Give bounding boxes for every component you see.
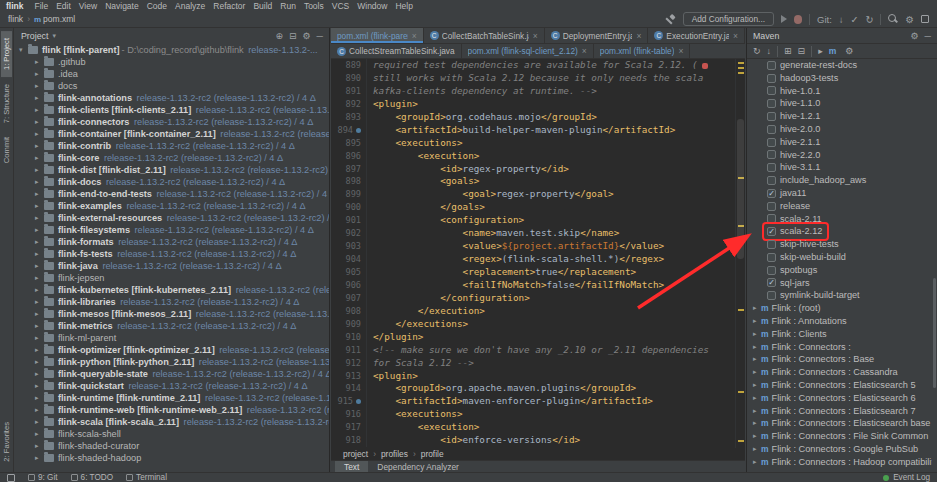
maven-module-row[interactable]: ▸mFlink : Connectors : Google PubSub: [747, 443, 932, 456]
git-update-icon[interactable]: ↓: [839, 14, 844, 25]
chevron-right-icon[interactable]: ▸: [35, 92, 44, 104]
chevron-right-icon[interactable]: ▸: [753, 315, 761, 328]
editor-bottom-tab[interactable]: Dependency Analyzer: [368, 461, 467, 472]
maven-profile-row[interactable]: hive-1.0.1: [747, 85, 932, 98]
tree-row[interactable]: ▸flink-runtime-web [flink-runtime-web_2.…: [15, 404, 329, 416]
maven-profile-row[interactable]: hive-1.1.0: [747, 97, 932, 110]
maven-module-row[interactable]: ▸mFlink : Connectors : File Sink Common: [747, 430, 932, 443]
maven-profile-row[interactable]: hive-2.1.1: [747, 136, 932, 149]
chevron-down-icon[interactable]: ▾: [52, 32, 61, 40]
status-item[interactable]: 6: TODO: [71, 473, 113, 482]
chevron-right-icon[interactable]: ▸: [35, 284, 44, 296]
menu-item-code[interactable]: Code: [143, 1, 171, 11]
maven-profile-row[interactable]: symlink-build-target: [747, 289, 932, 302]
editor-tab[interactable]: mpom.xml (flink-parent)×: [331, 28, 424, 43]
close-icon[interactable]: ×: [733, 31, 738, 41]
chevron-right-icon[interactable]: ▸: [35, 296, 44, 308]
tree-row[interactable]: ▸flink-kubernetes [flink-kubernetes_2.11…: [15, 284, 329, 296]
chevron-right-icon[interactable]: ▸: [35, 128, 44, 140]
refresh-icon[interactable]: ↻: [753, 46, 761, 56]
maven-profile-row[interactable]: hive-1.2.1: [747, 110, 932, 123]
tree-row[interactable]: ▸flink-core release-1.13.2-rc2 (release-…: [15, 152, 329, 164]
tool-window-button[interactable]: 1: Project: [1, 31, 12, 77]
maven-module-row[interactable]: ▸mFlink : Connectors : Elasticsearch 7: [747, 405, 932, 418]
tree-row[interactable]: ▸flink-queryable-state release-1.13.2-rc…: [15, 368, 329, 380]
tree-row[interactable]: ▸flink-annotations release-1.13.2-rc2 (r…: [15, 92, 329, 104]
gutter[interactable]: 898: [331, 175, 367, 188]
chevron-right-icon[interactable]: ▸: [35, 188, 44, 200]
settings-icon[interactable]: ⚙: [905, 14, 914, 25]
chevron-right-icon[interactable]: ▸: [35, 236, 44, 248]
gutter[interactable]: 903: [331, 240, 367, 253]
status-item[interactable]: Terminal: [126, 473, 167, 482]
maven-profile-row[interactable]: release: [747, 200, 932, 213]
gutter[interactable]: 914: [331, 382, 367, 395]
chevron-right-icon[interactable]: ▸: [35, 368, 44, 380]
chevron-right-icon[interactable]: ▸: [35, 440, 44, 452]
maven-profile-row[interactable]: ✓java11: [747, 187, 932, 200]
chevron-right-icon[interactable]: ▸: [35, 176, 44, 188]
checkbox[interactable]: [767, 291, 776, 300]
gutter[interactable]: 889: [331, 59, 367, 72]
menu-item-view[interactable]: View: [75, 1, 101, 11]
locate-icon[interactable]: ⊕: [275, 31, 283, 41]
maven-profile-row[interactable]: generate-rest-docs: [747, 59, 932, 72]
gutter[interactable]: 904: [331, 253, 367, 266]
maven-module-row[interactable]: ▸mFlink : Connectors : Cassandra: [747, 366, 932, 379]
maven-profile-row[interactable]: include_hadoop_aws: [747, 174, 932, 187]
execute-maven-goal-icon[interactable]: m: [829, 46, 837, 56]
build-icon[interactable]: [665, 14, 676, 25]
code-editor[interactable]: 889required test dependencies are availa…: [331, 59, 735, 448]
maven-profile-row[interactable]: skip-webui-build: [747, 251, 932, 264]
add-configuration-button[interactable]: Add Configuration...: [683, 12, 774, 26]
chevron-right-icon[interactable]: ▸: [753, 443, 761, 456]
maven-profile-row[interactable]: spotbugs: [747, 264, 932, 277]
chevron-right-icon[interactable]: ▸: [753, 328, 761, 341]
gutter[interactable]: 900: [331, 201, 367, 214]
gutter[interactable]: 916: [331, 408, 367, 421]
tool-window-button[interactable]: 2: Favorites: [1, 415, 12, 469]
maven-profile-row[interactable]: hadoop3-tests: [747, 72, 932, 85]
gutter[interactable]: 905: [331, 266, 367, 279]
chevron-right-icon[interactable]: ▸: [753, 341, 761, 354]
toolwindow-switcher-icon[interactable]: [7, 474, 15, 482]
close-icon[interactable]: ×: [678, 46, 683, 56]
gutter[interactable]: 890: [331, 72, 367, 85]
event-log-button[interactable]: Event Log: [893, 473, 930, 482]
collapse-all-icon[interactable]: ⊟: [798, 46, 806, 56]
menu-item-edit[interactable]: Edit: [52, 1, 75, 11]
tree-row[interactable]: ▸flink-filesystems release-1.13.2-rc2 (r…: [15, 224, 329, 236]
gutter[interactable]: 918: [331, 434, 367, 447]
gutter[interactable]: 893: [331, 111, 367, 124]
tree-row[interactable]: ▸flink-shaded-hadoop: [15, 452, 329, 464]
tree-row[interactable]: ▸flink-fs-tests release-1.13.2-rc2 (rele…: [15, 248, 329, 260]
run-goal-icon[interactable]: ▸: [818, 46, 823, 56]
menu-item-file[interactable]: File: [30, 1, 52, 11]
editor-tab[interactable]: CCollectBatchTableSink.java×: [424, 28, 545, 43]
git-commit-icon[interactable]: ✓: [851, 14, 859, 25]
chevron-right-icon[interactable]: ▸: [35, 344, 44, 356]
checkbox[interactable]: ✓: [767, 278, 776, 287]
editor-bottom-tab[interactable]: Text: [335, 461, 368, 472]
chevron-right-icon[interactable]: ▸: [753, 392, 761, 405]
maven-profile-row[interactable]: ✓scala-2.12: [747, 225, 932, 238]
gutter[interactable]: 915: [331, 395, 367, 408]
checkbox[interactable]: [767, 240, 776, 249]
tree-row[interactable]: ▸flink-metrics release-1.13.2-rc2 (relea…: [15, 320, 329, 332]
chevron-right-icon[interactable]: ▸: [753, 353, 761, 366]
chevron-right-icon[interactable]: ▸: [35, 272, 44, 284]
checkbox[interactable]: [767, 86, 776, 95]
tree-row[interactable]: ▸.idea: [15, 68, 329, 80]
collapse-all-icon[interactable]: ⊟: [289, 31, 297, 41]
editor-tab[interactable]: CDeploymentEntry.java×: [545, 28, 649, 43]
tree-row[interactable]: ▸flink-java release-1.13.2-rc2 (release-…: [15, 260, 329, 272]
hide-icon[interactable]: ─: [317, 31, 323, 41]
editor-tab[interactable]: CExecutionEntry.java×: [648, 28, 745, 43]
project-panel-title[interactable]: Project: [21, 31, 48, 41]
gutter[interactable]: 894: [331, 124, 367, 137]
maven-module-row[interactable]: ▸mFlink : Connectors :: [747, 341, 932, 354]
tree-row[interactable]: ▸flink-quickstart release-1.13.2-rc2 (re…: [15, 380, 329, 392]
checkbox[interactable]: [767, 266, 776, 275]
tree-row[interactable]: ▸flink-container [flink-container_2.11] …: [15, 128, 329, 140]
maven-module-row[interactable]: ▸mFlink : (root): [747, 302, 932, 315]
